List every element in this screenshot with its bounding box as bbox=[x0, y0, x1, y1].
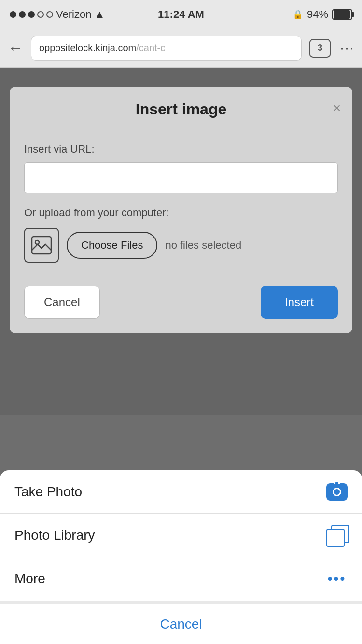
url-text: oppositelock.kinja.com/cant-c bbox=[39, 42, 165, 54]
action-sheet-wrap: Take Photo Photo Library More ••• bbox=[0, 470, 362, 644]
signal-dot-3 bbox=[28, 11, 35, 18]
camera-lens bbox=[333, 488, 341, 496]
status-bar: Verizon ▲ 11:24 AM 🔒 94% bbox=[0, 0, 362, 29]
battery-fill bbox=[334, 10, 350, 19]
insert-button[interactable]: Insert bbox=[261, 286, 338, 319]
tabs-button[interactable]: 3 bbox=[309, 39, 331, 58]
modal-overlay: Insert image × Insert via URL: Or upload… bbox=[0, 68, 362, 415]
signal-dot-2 bbox=[19, 11, 26, 18]
dialog-actions: Cancel Insert bbox=[10, 276, 352, 319]
cancel-sheet-label: Cancel bbox=[160, 616, 202, 632]
signal-dots bbox=[10, 11, 53, 18]
status-left: Verizon ▲ bbox=[10, 8, 105, 21]
address-bar: ← oppositelock.kinja.com/cant-c 3 ⋮ bbox=[0, 29, 362, 68]
url-path: /cant-c bbox=[136, 42, 165, 53]
url-input[interactable] bbox=[24, 162, 338, 193]
signal-dot-1 bbox=[10, 11, 16, 18]
camera-bump bbox=[334, 481, 340, 484]
url-section-label: Insert via URL: bbox=[24, 143, 338, 155]
camera-icon bbox=[326, 481, 348, 503]
upload-row: Choose Files no files selected bbox=[24, 228, 338, 263]
more-button[interactable]: ⋮ bbox=[338, 41, 354, 56]
svg-rect-0 bbox=[32, 237, 51, 254]
photo-library-label: Photo Library bbox=[14, 528, 95, 543]
upload-section-label: Or upload from your computer: bbox=[24, 207, 338, 219]
more-dots-icon: ••• bbox=[326, 568, 348, 589]
image-placeholder-icon bbox=[24, 228, 59, 263]
take-photo-label: Take Photo bbox=[14, 484, 82, 500]
signal-dot-4 bbox=[37, 11, 44, 18]
more-label: More bbox=[14, 571, 45, 587]
carrier-label: Verizon bbox=[56, 8, 91, 21]
cancel-sheet-row[interactable]: Cancel bbox=[0, 601, 362, 644]
more-dots-symbol: ••• bbox=[328, 571, 346, 587]
tabs-count: 3 bbox=[318, 43, 322, 53]
action-item-more[interactable]: More ••• bbox=[0, 557, 362, 601]
close-button[interactable]: × bbox=[333, 100, 341, 116]
url-bar[interactable]: oppositelock.kinja.com/cant-c bbox=[31, 36, 302, 61]
dialog-header: Insert image × bbox=[10, 87, 352, 129]
status-right: 🔒 94% bbox=[292, 8, 352, 21]
battery-percentage: 94% bbox=[307, 8, 328, 21]
action-item-photo-library[interactable]: Photo Library bbox=[0, 514, 362, 557]
camera-icon-bg bbox=[326, 483, 348, 501]
image-icon-svg bbox=[31, 236, 52, 255]
insert-image-dialog: Insert image × Insert via URL: Or upload… bbox=[10, 87, 352, 333]
status-time: 11:24 AM bbox=[158, 8, 204, 21]
photo-lib-square-front bbox=[326, 529, 345, 547]
back-button[interactable]: ← bbox=[8, 39, 23, 57]
signal-dot-5 bbox=[46, 11, 53, 18]
lock-icon: 🔒 bbox=[292, 9, 303, 20]
action-item-take-photo[interactable]: Take Photo bbox=[0, 470, 362, 514]
photo-library-icon bbox=[326, 525, 348, 546]
choose-files-button[interactable]: Choose Files bbox=[67, 232, 157, 259]
action-sheet: Take Photo Photo Library More ••• bbox=[0, 470, 362, 601]
cancel-dialog-button[interactable]: Cancel bbox=[24, 286, 100, 319]
battery-icon bbox=[332, 9, 352, 20]
svg-point-1 bbox=[35, 240, 39, 244]
dialog-title: Insert image bbox=[136, 100, 227, 118]
wifi-icon: ▲ bbox=[94, 8, 105, 21]
url-domain: oppositelock.kinja.com bbox=[39, 42, 136, 53]
dialog-body: Insert via URL: Or upload from your comp… bbox=[10, 129, 352, 276]
no-files-label: no files selected bbox=[165, 239, 241, 252]
